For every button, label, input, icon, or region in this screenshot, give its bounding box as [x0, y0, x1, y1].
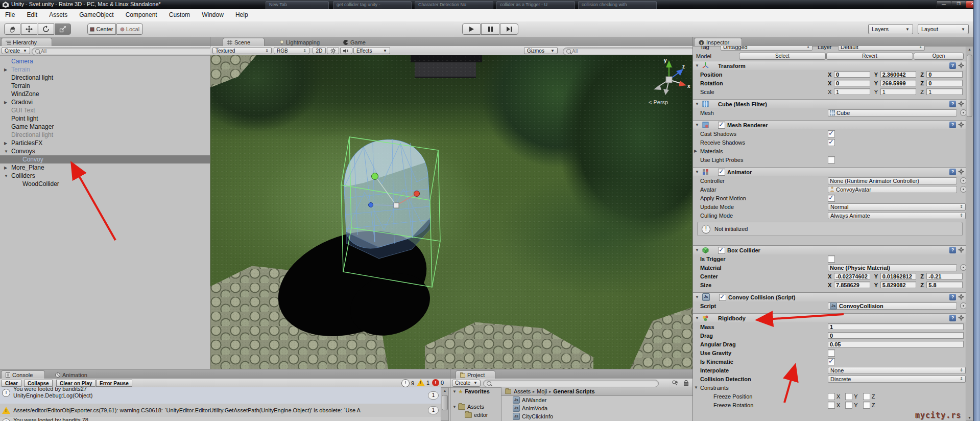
model-open-button[interactable]: Open — [914, 53, 964, 60]
tab-game[interactable]: Game — [339, 38, 372, 46]
console-clear-button[interactable]: Clear — [2, 380, 21, 387]
foldout-arrow-icon[interactable]: ▼ — [695, 123, 701, 127]
move-tool-button[interactable] — [21, 24, 37, 35]
foldout-arrow-icon[interactable]: ▶ — [694, 149, 700, 153]
foldout-arrow-icon[interactable]: ▼ — [694, 385, 700, 390]
assets-folder-item[interactable]: ▼ Assets — [450, 403, 501, 411]
project-search-input[interactable] — [483, 380, 659, 387]
step-button[interactable] — [500, 24, 518, 35]
foldout-arrow-icon[interactable]: ▼ — [695, 63, 701, 68]
error-count[interactable]: !0 — [432, 379, 444, 386]
materials-row[interactable]: ▶ Materials — [693, 147, 967, 155]
gear-icon[interactable] — [958, 101, 965, 107]
foldout-arrow-icon[interactable]: ▼ — [695, 295, 701, 299]
console-entry-warning[interactable]: Assets/editor/EditorObjExporter.cs(79,61… — [0, 404, 441, 417]
hierarchy-item[interactable]: ▶More_Plane — [0, 163, 210, 172]
menu-component[interactable]: Component — [121, 9, 162, 18]
size-x-field[interactable]: 7.858629 — [834, 282, 870, 288]
menu-custom[interactable]: Custom — [164, 9, 195, 18]
perspective-label[interactable]: < Persp — [649, 99, 668, 105]
freeze-position-y-checkbox[interactable] — [845, 393, 852, 400]
expand-arrow-icon[interactable]: ▶ — [4, 141, 11, 146]
scene-audio-toggle[interactable] — [340, 47, 352, 54]
scene-lighting-toggle[interactable] — [327, 47, 339, 54]
foldout-arrow-icon[interactable]: ▼ — [695, 316, 701, 320]
hierarchy-item[interactable]: ▶Gradovi — [0, 98, 210, 106]
scrollbar-thumb[interactable] — [967, 55, 972, 117]
menu-file[interactable]: File — [0, 9, 20, 18]
collapse-arrow-icon[interactable]: ▼ — [452, 389, 458, 394]
help-icon[interactable]: ? — [949, 122, 956, 128]
scale-tool-button[interactable] — [55, 24, 71, 35]
freeze-position-x-checkbox[interactable] — [828, 393, 835, 400]
size-z-field[interactable]: 5.8 — [926, 282, 963, 288]
hierarchy-item[interactable]: Game Manager — [0, 123, 210, 131]
console-entry-clipped[interactable]: ! You were looted by bandits 78 — [0, 417, 441, 421]
model-revert-button[interactable]: Revert — [826, 53, 913, 60]
rotation-y-field[interactable]: 269.5999 — [880, 80, 917, 86]
foldout-arrow-icon[interactable]: ▼ — [695, 170, 701, 174]
hierarchy-item[interactable]: GUI Text — [0, 106, 210, 114]
hierarchy-item[interactable]: ▼Colliders — [0, 172, 210, 180]
hierarchy-item[interactable]: ▼Convoys — [0, 147, 210, 155]
freeze-position-z-checkbox[interactable] — [863, 393, 870, 400]
warning-count[interactable]: 1 — [417, 379, 429, 386]
position-z-field[interactable]: 0 — [926, 71, 963, 78]
console-collapse-button[interactable]: Collapse — [24, 380, 53, 387]
play-button[interactable] — [462, 24, 481, 35]
position-x-field[interactable]: 0 — [834, 71, 870, 78]
scroll-up-icon[interactable]: ▲ — [966, 48, 973, 51]
gear-icon[interactable] — [958, 247, 965, 253]
angular-drag-field[interactable]: 0.05 — [828, 341, 964, 347]
gizmos-dropdown[interactable]: Gizmos▼ — [524, 47, 558, 54]
hierarchy-item[interactable]: Directional light — [0, 131, 210, 139]
hierarchy-item-selected[interactable]: Convoy — [0, 155, 210, 163]
file-item[interactable]: Js CityClickInfo — [501, 412, 692, 420]
controller-object-field[interactable]: None (Runtime Animator Controller) — [828, 177, 957, 184]
breadcrumb-moji[interactable]: Moji — [537, 388, 547, 394]
console-entry[interactable]: ! You were looted by bandits27 UnityEngi… — [0, 387, 441, 404]
rotation-x-field[interactable]: 0 — [834, 80, 870, 86]
is-trigger-checkbox[interactable] — [828, 255, 835, 263]
2d-toggle-button[interactable]: 2D — [313, 47, 326, 54]
hierarchy-item[interactable]: WindZone — [0, 90, 210, 98]
component-enabled-checkbox[interactable] — [718, 122, 725, 129]
hand-tool-button[interactable] — [4, 24, 20, 35]
component-enabled-checkbox[interactable] — [719, 294, 726, 301]
pause-button[interactable] — [481, 24, 499, 35]
tab-scene[interactable]: Scene — [223, 38, 265, 46]
project-create-button[interactable]: Create▼ — [452, 380, 481, 387]
hierarchy-item[interactable]: Point light — [0, 114, 210, 123]
size-y-field[interactable]: 5.829082 — [880, 282, 917, 288]
expand-arrow-icon[interactable]: ▶ — [4, 100, 11, 105]
collapse-arrow-icon[interactable]: ▼ — [4, 149, 11, 154]
freeze-rotation-y-checkbox[interactable] — [845, 402, 852, 409]
console-error-pause-button[interactable]: Error Pause — [96, 380, 132, 387]
animator-header[interactable]: ▼ Animator ? — [693, 167, 967, 176]
tab-lightmapping[interactable]: Lightmapping — [276, 38, 332, 46]
pivot-center-button[interactable]: Center — [87, 24, 116, 35]
inspector-scrollbar[interactable]: ▲ ▼ — [966, 46, 973, 421]
lock-icon[interactable] — [684, 380, 688, 386]
physic-material-object-field[interactable]: None (Physic Material) — [828, 264, 957, 271]
info-count[interactable]: !9 — [401, 379, 414, 387]
layers-dropdown[interactable]: Layers▼ — [868, 24, 913, 34]
mesh-filter-header[interactable]: ▼ Cube (Mesh Filter) ? — [693, 99, 967, 108]
help-icon[interactable]: ? — [949, 294, 956, 300]
color-mode-dropdown[interactable]: RGB⇕ — [274, 47, 309, 54]
console-scrollbar[interactable]: ▲ — [441, 387, 449, 421]
center-y-field[interactable]: 0.01862812 — [880, 273, 917, 279]
tab-inspector[interactable]: i Inspector — [694, 38, 742, 46]
script-component-header[interactable]: ▼ Js Convoy Collision (Script) ? — [693, 292, 967, 301]
cast-shadows-checkbox[interactable] — [828, 130, 835, 137]
expand-arrow-icon[interactable]: ▶ — [4, 67, 11, 72]
help-icon[interactable]: ? — [949, 169, 956, 175]
scene-viewport[interactable]: y z x < Persp — [210, 55, 692, 369]
scroll-down-icon[interactable]: ▼ — [966, 416, 973, 419]
menu-window[interactable]: Window — [197, 9, 229, 18]
breadcrumb-general-scripts[interactable]: General Scripts — [553, 388, 594, 394]
help-icon[interactable]: ? — [949, 62, 956, 69]
favorites-item[interactable]: ▼ ★ Favorites — [450, 387, 501, 395]
console-clear-on-play-button[interactable]: Clear on Play — [56, 380, 95, 387]
position-y-field[interactable]: 2.360042 — [880, 71, 917, 78]
